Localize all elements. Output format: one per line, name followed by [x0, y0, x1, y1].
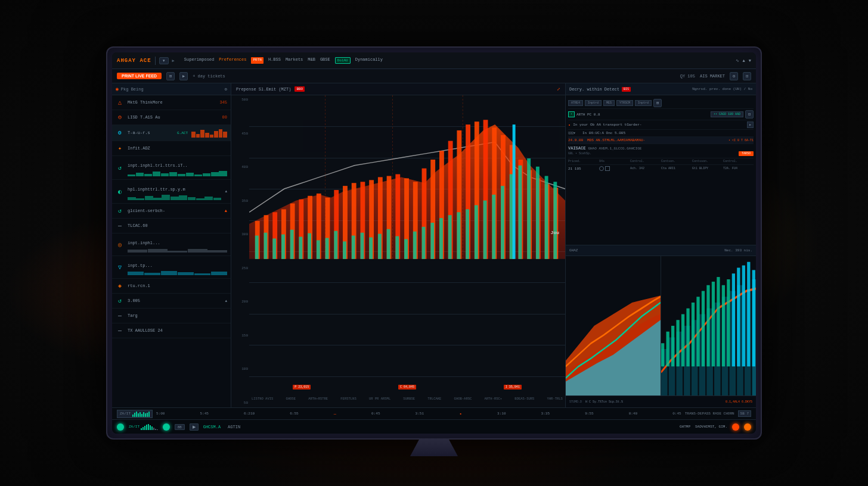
panel-vaisace-section: VAISACE GHAO AVEM.1_GLCCG.GAHCIGE GBL • … — [568, 144, 754, 158]
sidebar-item-4[interactable]: ↺ inpt.inphl.trl.ttrs.iT.. — [112, 156, 231, 180]
nav-dynamic[interactable]: Dynamically — [355, 57, 383, 64]
sidebar-item-12[interactable]: — Targ — [112, 309, 231, 323]
sidebar-label-7: TLCAC.60 — [128, 223, 227, 228]
nav-hbss[interactable]: H.BSS — [268, 57, 281, 64]
toolbar-qy-label: QY 105 — [680, 74, 695, 79]
sidebar-item-6[interactable]: ↺ glcient-serbch- ▲ — [112, 204, 231, 219]
svg-rect-99 — [702, 291, 705, 367]
panel-sub-btn-green[interactable]: •• CAGO 189 AAD — [711, 111, 743, 117]
table-header-5: Control. — [723, 160, 754, 163]
svg-rect-56 — [430, 223, 434, 259]
checkbox-btn[interactable] — [605, 166, 610, 171]
svg-rect-70 — [553, 182, 557, 259]
sidebar-item-2[interactable]: ⚙ T-a-u-r.s G.ACT — [112, 125, 231, 141]
sidebar-item-1[interactable]: ⊖ LISD T.A1S Au 00 — [112, 110, 231, 125]
nav-preferences[interactable]: Preferences — [219, 57, 246, 64]
toolbar-label: + day tickets — [193, 74, 225, 79]
nav-prtn-badge[interactable]: PRTN — [251, 57, 263, 64]
timeline-right-sub[interactable]: SB 7 — [738, 410, 751, 417]
mini-charts-bottom-label: STUMD.D — [569, 400, 582, 404]
y-label-50: 50 — [232, 401, 248, 405]
monitor-shell: AHGAY ACE ▾ ▶ Superimposed Preferences P… — [106, 46, 762, 440]
panel-tarso-btn[interactable]: TARSO — [739, 151, 754, 156]
grid-line-9 — [249, 376, 565, 377]
x-label-7: GHOB-ARSC — [454, 397, 472, 401]
sidebar-icon-refresh2: ↺ — [116, 207, 124, 215]
top-nav: AHGAY ACE ▾ ▶ Superimposed Preferences P… — [112, 52, 756, 69]
sidebar-item-10[interactable]: ◈ rtu.rcn.1 — [112, 279, 231, 294]
tick-5: 0:45 — [371, 412, 380, 416]
panel-row3-text: MDS AN.STMLML.AAMIAMABAMAU- — [587, 138, 726, 142]
panel-arth-label: ARTH PC 0.8 — [576, 113, 600, 117]
main-chart-svg — [249, 95, 565, 259]
tick-0: 5:00 — [156, 412, 165, 416]
sidebar-item-0[interactable]: △ MktG ThinkMore 345 — [112, 95, 231, 110]
tick-dot: • — [459, 411, 462, 416]
sidebar-label-11: 3.005 — [128, 298, 221, 303]
mini-charts-bottom-btn[interactable]: 0.1,4AL4 6.DKY5 — [726, 400, 752, 404]
panel-grid-icon[interactable]: ⊞ — [653, 99, 662, 107]
panel-row1-icon: • — [568, 123, 571, 127]
nav-dolau-badge[interactable]: DolAU — [335, 57, 351, 64]
panel-btn-atre4[interactable]: ATRE4 — [568, 100, 583, 106]
sidebar-label-4: inpt.inphl.trl.ttrs.iT.. — [128, 163, 188, 168]
chart-expand-icon[interactable]: ⤢ — [557, 87, 560, 92]
ticker-center2: AGTIN — [228, 425, 240, 429]
sidebar-item-9[interactable]: ▽ inpt.tp... — [112, 256, 231, 279]
sidebar-item-5[interactable]: ◐ hpl.inphttrl.ttr.sp.y.m — [112, 180, 231, 204]
live-feed-button[interactable]: PRINT LIVE FEED — [117, 73, 162, 79]
panel-btn-inptrd2[interactable]: Inptrd — [635, 100, 652, 106]
sidebar-icon-line2: — — [116, 311, 124, 320]
mini-charts-bottom-row: STUMD.D H C Sy.T%Tcn Scp.St.% 0.1,4AL4 6… — [566, 395, 756, 407]
table-header-0: Priced. — [568, 160, 599, 163]
sidebar-item-11[interactable]: ↺ 3.005 ▲ — [112, 294, 231, 309]
status-progress: ZA/IT — [129, 424, 158, 430]
sidebar-item-13[interactable]: — TX AAULLOSE 24 — [112, 323, 231, 338]
main-content-area: ◉ Pkg Being ⚙ △ MktG ThinkMore 345 ⊖ LIS… — [112, 83, 756, 407]
toolbar-grid-icon[interactable]: ⊞ — [166, 72, 175, 80]
toolbar-settings-icon[interactable]: ⚙ — [730, 72, 738, 80]
status-btn-play[interactable]: ▶ — [190, 423, 199, 431]
panel-row1-text: In your Ob AA transport tGarder- — [573, 123, 745, 127]
radio-btn[interactable] — [599, 166, 604, 171]
panel-row1-btn[interactable]: ▶ — [747, 122, 754, 128]
nav-mb[interactable]: M&B — [308, 57, 315, 64]
status-dot-green-2 — [163, 423, 170, 431]
x-label-0: LISTNO AVIS — [252, 397, 273, 401]
svg-rect-44 — [326, 238, 329, 258]
mini-chart-left-svg — [566, 256, 661, 395]
panel-btn-inptrd[interactable]: Inptrd — [585, 100, 602, 106]
nav-markets[interactable]: Markets — [286, 57, 303, 64]
svg-rect-52 — [395, 236, 399, 259]
nav-dropdown-btn[interactable]: ▾ — [159, 57, 169, 64]
svg-rect-46 — [343, 241, 346, 258]
svg-rect-101 — [712, 282, 715, 366]
sidebar-settings-icon[interactable]: ⚙ — [225, 87, 227, 92]
x-label-9: BDEAS-SURS — [514, 397, 534, 401]
table-cell-3: Cta ARI1 — [661, 167, 692, 170]
panel-sub-icon[interactable]: ⊡ — [745, 110, 754, 119]
panel-data-row-2: QQQ▼ In 86:UC:A Onc 5.005 — [568, 130, 754, 137]
sidebar-icon-line: — — [116, 222, 124, 230]
sidebar-item-7[interactable]: — TLCAC.60 — [112, 219, 231, 233]
sidebar-label-1: LISD T.A1S Au — [128, 115, 219, 120]
y-label-400: 400 — [232, 165, 248, 169]
panel-btn-mes[interactable]: MES — [603, 100, 615, 106]
sidebar-item-8[interactable]: ◎ inpt.inphl... — [112, 233, 231, 256]
left-sidebar: ◉ Pkg Being ⚙ △ MktG ThinkMore 345 ⊖ LIS… — [112, 83, 231, 407]
svg-rect-68 — [536, 167, 540, 259]
panel-title-left: Decry. within Detect — [569, 87, 619, 92]
toolbar-play-icon[interactable]: ▶ — [179, 72, 188, 80]
y-label-450: 450 — [232, 132, 248, 136]
svg-rect-108 — [747, 262, 750, 367]
panel-header-row: ATRE4 Inptrd MES YTRSCM Inptrd ⊞ — [568, 98, 754, 109]
status-btn-88[interactable]: 88 — [175, 424, 185, 430]
panel-btn-ytrscm[interactable]: YTRSCM — [616, 100, 633, 106]
nav-superimposed[interactable]: Superimposed — [184, 57, 214, 64]
right-panel-top: Decry. within Detect BIS Ngnrsd. prev. d… — [566, 83, 756, 245]
nav-gbse[interactable]: GBSE — [320, 57, 330, 64]
grid-line-7 — [249, 314, 565, 314]
sidebar-item-3[interactable]: ✦ Infit.ADZ — [112, 141, 231, 156]
svg-rect-67 — [527, 158, 531, 259]
toolbar-close-icon[interactable]: ⊡ — [743, 72, 751, 80]
